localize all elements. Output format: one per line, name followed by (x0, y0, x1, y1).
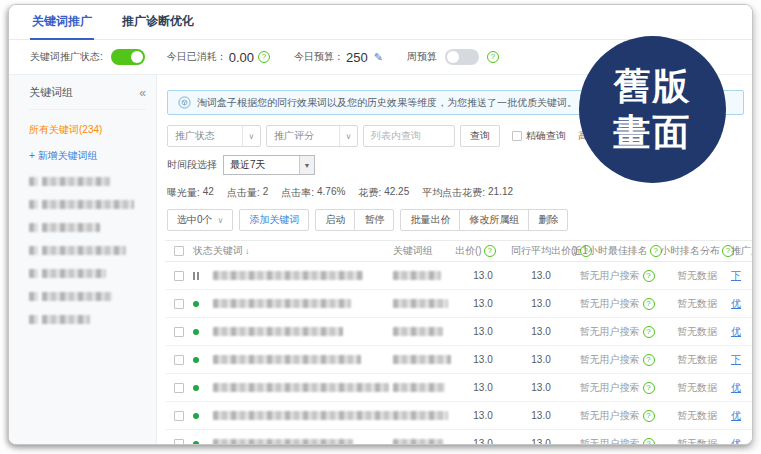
list-search-input[interactable]: 列表内查询 (363, 125, 455, 147)
promotion-status-select[interactable]: 推广状态 ∨ (167, 125, 261, 147)
question-icon[interactable]: ? (643, 354, 655, 366)
badge-line2: 畫面 (614, 110, 692, 156)
redacted-keyword-group (393, 411, 448, 420)
active-status-icon (193, 329, 199, 335)
table-row[interactable]: 13.0 13.0 暂无用户搜索 ? 暂无数据 优 (165, 290, 752, 318)
table-row[interactable]: 13.0 13.0 暂无用户搜索 ? 暂无数据 优 (165, 374, 752, 402)
change-group-button[interactable]: 修改所属组 (459, 209, 529, 231)
question-icon[interactable]: ? (643, 270, 655, 282)
toggle-knob (447, 51, 459, 63)
product-link[interactable]: 优 (731, 437, 741, 445)
keyword-group-item-redacted[interactable] (29, 200, 146, 209)
product-link[interactable]: 优 (731, 297, 741, 311)
question-icon[interactable]: ? (484, 245, 496, 257)
pause-button[interactable]: 暂停 (354, 209, 394, 231)
collapse-sidebar-icon[interactable]: « (139, 86, 146, 100)
active-status-icon (193, 385, 199, 391)
keyword-group-item-redacted[interactable] (29, 269, 146, 278)
sort-down-icon[interactable]: ↓ (245, 246, 250, 256)
promotion-status-toggle[interactable] (111, 49, 145, 65)
time-range-select[interactable]: 最近7天 ▼ (223, 155, 315, 175)
keyword-group-item-redacted[interactable] (29, 315, 146, 324)
redacted-keyword-group (393, 299, 448, 308)
rank-distribution-value: 暂无数据 (663, 269, 731, 283)
add-keyword-button[interactable]: 添加关键词 (239, 209, 309, 231)
redacted-keyword-group (393, 383, 445, 392)
peer-bid-value: 13.0 (511, 438, 571, 444)
stat-label: 曝光量: (167, 186, 200, 200)
paused-status-icon (193, 272, 199, 280)
product-link[interactable]: 优 (731, 381, 741, 395)
query-button[interactable]: 查询 (460, 125, 500, 147)
selected-count-dropdown[interactable]: 选中0个 ∨ (167, 209, 233, 231)
row-checkbox[interactable] (174, 439, 184, 445)
exact-match-label: 精确查询 (526, 129, 566, 143)
budget-value: 250 (346, 50, 368, 65)
peer-bid-value: 13.0 (511, 298, 571, 309)
row-checkbox[interactable] (174, 355, 184, 365)
chevron-down-icon: ∨ (218, 216, 224, 225)
row-checkbox[interactable] (174, 299, 184, 309)
question-icon[interactable]: ? (643, 410, 655, 422)
question-icon[interactable]: ? (643, 298, 655, 310)
active-status-icon (193, 357, 199, 363)
question-icon[interactable]: ? (643, 438, 655, 445)
redacted-keyword (213, 439, 353, 444)
row-checkbox[interactable] (174, 327, 184, 337)
redacted-text (42, 292, 112, 301)
question-icon[interactable]: ? (258, 51, 270, 63)
product-link[interactable]: 下 (731, 353, 741, 367)
redacted-text (29, 223, 38, 232)
tab-diagnosis-optimization[interactable]: 推广诊断优化 (120, 13, 196, 39)
keyword-group-item-redacted[interactable] (29, 292, 146, 301)
table-row[interactable]: 13.0 13.0 暂无用户搜索 ? 暂无数据 下 (165, 262, 752, 290)
badge-line1: 舊版 (614, 64, 692, 110)
add-keyword-group-link[interactable]: + 新增关键词组 (29, 149, 146, 163)
select-all-checkbox[interactable] (174, 246, 184, 256)
exact-match-checkbox[interactable] (512, 131, 522, 141)
redacted-text (42, 269, 106, 278)
peer-bid-value: 13.0 (511, 382, 571, 393)
col-group: 关键词组 (393, 244, 455, 258)
table-row[interactable]: 13.0 13.0 暂无用户搜索 ? 暂无数据 优 (165, 402, 752, 430)
redacted-text (29, 269, 38, 278)
rank-distribution-value: 暂无数据 (663, 437, 731, 445)
row-checkbox[interactable] (174, 271, 184, 281)
toggle-knob (131, 51, 143, 63)
redacted-text (29, 292, 38, 301)
col-rank-distribution: 小时排名分布 ? (663, 244, 731, 258)
screenshot-stage: 关键词推广 推广诊断优化 关键词推广状态: 今日已消耗： 0.00 ? 今日预算… (0, 0, 761, 454)
question-icon[interactable]: ? (643, 326, 655, 338)
week-budget-toggle[interactable] (445, 49, 479, 65)
table-row[interactable]: 13.0 13.0 暂无用户搜索 ? 暂无数据 优 (165, 318, 752, 346)
promotion-score-select[interactable]: 推广评分 ∨ (266, 125, 358, 147)
rank-distribution-value: 暂无数据 (663, 353, 731, 367)
delete-button[interactable]: 删除 (528, 209, 568, 231)
product-link[interactable]: 下 (731, 269, 741, 283)
best-rank-value: 暂无用户搜索 (580, 381, 640, 395)
redacted-text (29, 200, 38, 209)
redacted-keyword-group (393, 439, 443, 444)
row-checkbox[interactable] (174, 383, 184, 393)
row-checkbox[interactable] (174, 411, 184, 421)
col-keyword[interactable]: 关键词 ↓ (213, 244, 393, 258)
all-keywords-link[interactable]: 所有关键词(234) (29, 123, 146, 137)
product-link[interactable]: 优 (731, 409, 741, 423)
batch-bid-button[interactable]: 批量出价 (400, 209, 460, 231)
week-budget-label: 周预算 (407, 50, 437, 64)
table-row[interactable]: 13.0 13.0 暂无用户搜索 ? 暂无数据 下 (165, 346, 752, 374)
start-button[interactable]: 启动 (315, 209, 355, 231)
keyword-group-sidebar: 关键词组 « 所有关键词(234) + 新增关键词组 (9, 75, 157, 444)
question-icon[interactable]: ? (487, 51, 499, 63)
question-icon[interactable]: ? (643, 382, 655, 394)
time-range-label: 时间段选择 (167, 158, 217, 172)
product-link[interactable]: 优 (731, 325, 741, 339)
bulk-action-bar: 选中0个 ∨ 添加关键词 启动 暂停 批量出价 修改所属组 删除 (167, 209, 752, 231)
keyword-group-item-redacted[interactable] (29, 246, 146, 255)
table-row[interactable]: 13.0 13.0 暂无用户搜索 ? 暂无数据 优 (165, 430, 752, 444)
redacted-text (42, 315, 90, 324)
keyword-group-item-redacted[interactable] (29, 177, 146, 186)
edit-budget-icon[interactable]: ✎ (374, 51, 383, 64)
keyword-group-item-redacted[interactable] (29, 223, 146, 232)
tab-keyword-promotion[interactable]: 关键词推广 (30, 13, 94, 39)
